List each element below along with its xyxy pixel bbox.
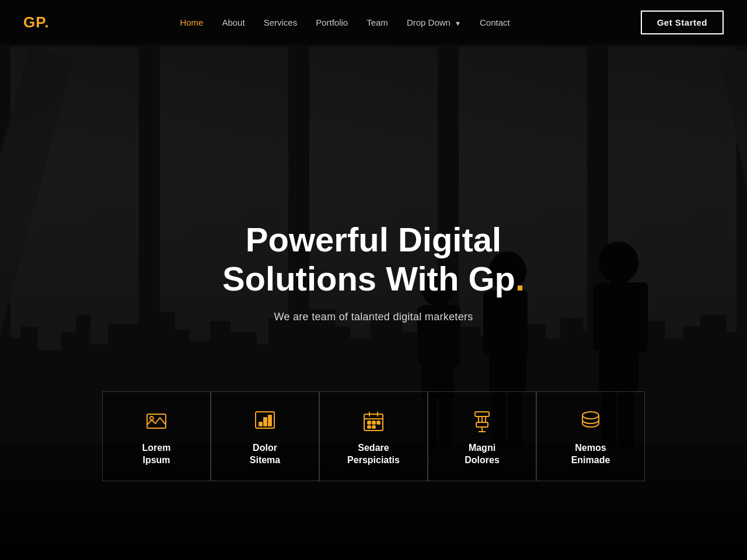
hero-title-line1: Powerful Digital bbox=[246, 220, 501, 258]
hero-section: GP. Home About Services Portfolio Team D… bbox=[0, 0, 747, 560]
nav-item-portfolio[interactable]: Portfolio bbox=[316, 18, 348, 28]
card-dolor-sitema[interactable]: DolorSitema bbox=[211, 391, 319, 481]
get-started-button[interactable]: Get Started bbox=[641, 10, 724, 34]
nav-item-team[interactable]: Team bbox=[366, 18, 388, 28]
svg-rect-59 bbox=[259, 422, 262, 426]
nav-links: Home About Services Portfolio Team Drop … bbox=[180, 18, 509, 28]
svg-rect-61 bbox=[268, 415, 271, 426]
hero-subtitle: We are team of talanted digital marketer… bbox=[169, 311, 578, 323]
nav-link-team[interactable]: Team bbox=[366, 18, 388, 27]
svg-rect-60 bbox=[264, 418, 267, 426]
logo-dot: . bbox=[44, 13, 49, 31]
card-nemos-enimade[interactable]: NemosEnimade bbox=[536, 391, 645, 481]
card-sedare-perspiciatis[interactable]: SedarePerspiciatis bbox=[319, 391, 428, 481]
hero-title-dot: . bbox=[515, 259, 525, 297]
chart-icon bbox=[252, 408, 278, 434]
nav-item-about[interactable]: About bbox=[222, 18, 245, 28]
nav-link-services[interactable]: Services bbox=[264, 18, 298, 27]
svg-rect-69 bbox=[368, 426, 371, 428]
hero-content: Powerful Digital Solutions With Gp. We a… bbox=[169, 220, 578, 323]
svg-rect-66 bbox=[368, 421, 371, 424]
hero-title-line2: Solutions With Gp bbox=[222, 259, 515, 297]
svg-rect-70 bbox=[372, 426, 375, 428]
nav-link-about[interactable]: About bbox=[222, 18, 245, 27]
svg-rect-75 bbox=[476, 422, 488, 427]
svg-rect-67 bbox=[372, 421, 375, 424]
svg-point-78 bbox=[582, 412, 599, 419]
card-label-1: LoremIpsum bbox=[142, 442, 171, 467]
nav-item-contact[interactable]: Contact bbox=[480, 18, 510, 28]
nav-item-dropdown[interactable]: Drop Down ▼ bbox=[407, 18, 461, 28]
hero-title: Powerful Digital Solutions With Gp. bbox=[169, 220, 578, 298]
card-label-4: MagniDolores bbox=[465, 442, 500, 467]
svg-rect-71 bbox=[475, 412, 489, 416]
nav-item-services[interactable]: Services bbox=[264, 18, 298, 28]
card-label-3: SedarePerspiciatis bbox=[347, 442, 400, 467]
logo-text: GP bbox=[23, 13, 44, 31]
calendar-icon bbox=[361, 408, 386, 434]
card-lorem-ipsum[interactable]: LoremIpsum bbox=[102, 391, 211, 481]
card-label-5: NemosEnimade bbox=[571, 442, 610, 467]
card-magni-dolores[interactable]: MagniDolores bbox=[428, 391, 536, 481]
database-icon bbox=[578, 408, 603, 434]
svg-rect-68 bbox=[377, 421, 380, 424]
brush-icon bbox=[469, 408, 495, 434]
service-cards: LoremIpsum DolorSitema bbox=[0, 391, 747, 481]
card-label-2: DolorSitema bbox=[250, 442, 280, 467]
image-icon bbox=[144, 408, 169, 434]
navigation: GP. Home About Services Portfolio Team D… bbox=[0, 0, 747, 45]
dropdown-arrow-icon: ▼ bbox=[455, 20, 461, 27]
nav-link-portfolio[interactable]: Portfolio bbox=[316, 18, 348, 27]
nav-item-home[interactable]: Home bbox=[180, 18, 203, 28]
nav-link-dropdown[interactable]: Drop Down ▼ bbox=[407, 18, 461, 27]
nav-link-contact[interactable]: Contact bbox=[480, 18, 510, 27]
logo[interactable]: GP. bbox=[23, 13, 49, 32]
nav-link-home[interactable]: Home bbox=[180, 18, 203, 27]
